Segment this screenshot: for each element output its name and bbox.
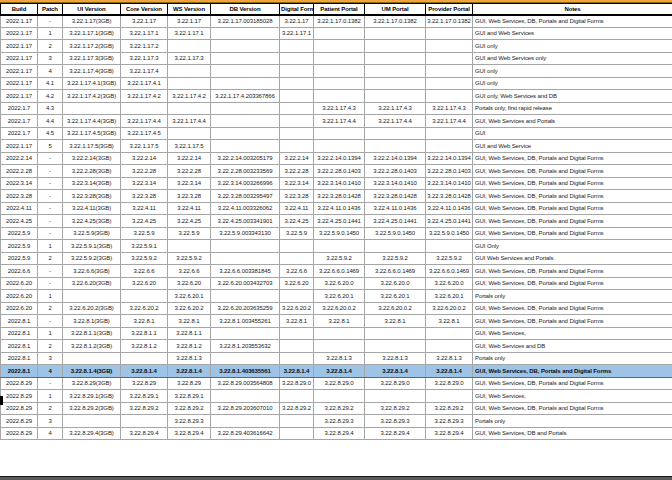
cell-ui_version[interactable]: 3.22.6.6(3GB) (63, 265, 121, 278)
cell-um_portal[interactable] (365, 40, 426, 53)
cell-ws_version[interactable] (168, 102, 211, 115)
cell-um_portal[interactable]: 3.22.8.29.3 (365, 415, 426, 428)
cell-digital_forms[interactable] (280, 127, 314, 140)
cell-db_version[interactable]: 3.22.8.29.003564808 (211, 377, 280, 390)
cell-ui_version[interactable]: 3.22.8.1.1(3GB) (63, 327, 121, 340)
cell-ws_version[interactable]: 3.22.8.29.1 (168, 390, 211, 403)
cell-db_version[interactable]: 3.22.4.11.003326062 (211, 202, 280, 215)
cell-digital_forms[interactable] (280, 90, 314, 103)
column-header-build[interactable]: Build (1, 4, 38, 15)
cell-core_version[interactable]: 3.22.5.9 (121, 227, 168, 240)
cell-ws_version[interactable]: 3.22.4.11 (168, 202, 211, 215)
cell-core_version[interactable]: 3.22.3.14 (121, 177, 168, 190)
cell-patient_portal[interactable]: 3.22.5.9.0.1450 (314, 227, 365, 240)
column-header-core_version[interactable]: Core Version (121, 4, 168, 15)
cell-build[interactable]: 2022.8.1 (1, 365, 38, 378)
column-header-ui_version[interactable]: UI Version (63, 4, 121, 15)
cell-build[interactable]: 2022.1.17 (1, 40, 38, 53)
column-header-patient_portal[interactable]: Patient Portal (314, 4, 365, 15)
cell-patient_portal[interactable]: 3.22.1.17.4.3 (314, 102, 365, 115)
cell-build[interactable]: 2022.2.28 (1, 165, 38, 178)
cell-ws_version[interactable] (168, 240, 211, 253)
cell-patch[interactable]: 1 (38, 290, 63, 303)
cell-digital_forms[interactable]: 3.22.2.28 (280, 165, 314, 178)
cell-db_version[interactable] (211, 115, 280, 128)
cell-db_version[interactable]: 3.22.1.17.003185028 (211, 15, 280, 28)
cell-ws_version[interactable] (168, 127, 211, 140)
cell-ui_version[interactable]: 3.22.8.1.2(3GB) (63, 340, 121, 353)
cell-provider_portal[interactable]: 3.22.1.17.0.1382 (426, 15, 473, 28)
cell-db_version[interactable]: 3.22.2.14.003205179 (211, 152, 280, 165)
cell-digital_forms[interactable] (280, 102, 314, 115)
cell-um_portal[interactable]: 3.22.3.14.0.1410 (365, 177, 426, 190)
cell-ws_version[interactable]: 3.22.1.17.3 (168, 52, 211, 65)
cell-provider_portal[interactable]: 3.22.1.17.4.4 (426, 115, 473, 128)
cell-db_version[interactable] (211, 127, 280, 140)
cell-db_version[interactable] (211, 27, 280, 40)
cell-patch[interactable]: 2 (38, 402, 63, 415)
cell-build[interactable]: 2022.1.17 (1, 77, 38, 90)
cell-notes[interactable]: GUI, Web Services, DB and Portals (473, 427, 672, 440)
cell-build[interactable]: 2022.5.9 (1, 252, 38, 265)
cell-ws_version[interactable]: 3.22.8.29.4 (168, 427, 211, 440)
cell-provider_portal[interactable] (426, 27, 473, 40)
cell-patient_portal[interactable]: 3.22.8.29.4 (314, 427, 365, 440)
cell-core_version[interactable]: 3.22.1.17.4 (121, 65, 168, 78)
cell-digital_forms[interactable]: 3.22.2.14 (280, 152, 314, 165)
cell-notes[interactable]: GUI, Web Services, DB, Portals and Digit… (473, 190, 672, 203)
cell-patient_portal[interactable]: 3.22.2.14.0.1394 (314, 152, 365, 165)
cell-ui_version[interactable]: 3.22.1.17.2(3GB) (63, 40, 121, 53)
cell-db_version[interactable]: 3.22.4.25.003341901 (211, 215, 280, 228)
cell-core_version[interactable]: 3.22.2.14 (121, 152, 168, 165)
cell-patient_portal[interactable]: 3.22.1.17.0.1382 (314, 15, 365, 28)
cell-notes[interactable]: GUI, Web Services, DB, Portals and Digit… (473, 177, 672, 190)
cell-provider_portal[interactable] (426, 127, 473, 140)
cell-provider_portal[interactable] (426, 90, 473, 103)
cell-ws_version[interactable]: 3.22.8.29 (168, 377, 211, 390)
cell-patient_portal[interactable] (314, 127, 365, 140)
cell-core_version[interactable]: 3.22.1.17.4.5 (121, 127, 168, 140)
cell-ws_version[interactable]: 3.22.3.28 (168, 190, 211, 203)
cell-core_version[interactable]: 3.22.5.9.2 (121, 252, 168, 265)
cell-core_version[interactable]: 3.22.1.17.4.1 (121, 77, 168, 90)
cell-patch[interactable]: 2 (38, 340, 63, 353)
cell-db_version[interactable]: 3.22.8.1.403635561 (211, 365, 280, 378)
cell-patient_portal[interactable]: 3.22.1.17.4.4 (314, 115, 365, 128)
cell-core_version[interactable]: 3.22.8.29.1 (121, 390, 168, 403)
cell-notes[interactable]: GUI Only (473, 240, 672, 253)
cell-provider_portal[interactable]: 3.22.8.1 (426, 315, 473, 328)
cell-patient_portal[interactable]: 3.22.8.29.2 (314, 402, 365, 415)
cell-provider_portal[interactable] (426, 340, 473, 353)
cell-patient_portal[interactable]: 3.22.5.9.2 (314, 252, 365, 265)
cell-um_portal[interactable]: 3.22.6.20.0.2 (365, 302, 426, 315)
cell-patient_portal[interactable]: 3.22.8.1 (314, 315, 365, 328)
cell-db_version[interactable] (211, 415, 280, 428)
cell-build[interactable]: 2022.8.1 (1, 327, 38, 340)
cell-provider_portal[interactable]: 3.22.1.17.4.3 (426, 102, 473, 115)
cell-notes[interactable]: GUI Web Services and Portals (473, 252, 672, 265)
cell-db_version[interactable]: 3.22.3.28.003295497 (211, 190, 280, 203)
cell-um_portal[interactable] (365, 140, 426, 153)
cell-um_portal[interactable]: 3.22.8.29.0 (365, 377, 426, 390)
cell-provider_portal[interactable]: 3.22.3.28.0.1428 (426, 190, 473, 203)
cell-patient_portal[interactable] (314, 140, 365, 153)
cell-um_portal[interactable] (365, 65, 426, 78)
column-header-digital_forms[interactable]: Digital Forms (280, 4, 314, 15)
cell-patient_portal[interactable]: 3.22.6.20.0.2 (314, 302, 365, 315)
cell-db_version[interactable] (211, 65, 280, 78)
cell-db_version[interactable] (211, 102, 280, 115)
cell-um_portal[interactable]: 3.22.2.28.0.1403 (365, 165, 426, 178)
cell-core_version[interactable]: 3.22.8.29.2 (121, 402, 168, 415)
cell-notes[interactable]: Portals only, first rapid release (473, 102, 672, 115)
cell-ui_version[interactable]: 3.22.2.28(3GB) (63, 165, 121, 178)
cell-digital_forms[interactable]: 3.22.3.28 (280, 190, 314, 203)
cell-build[interactable]: 2022.1.7 (1, 102, 38, 115)
cell-digital_forms[interactable]: 3.22.4.11 (280, 202, 314, 215)
cell-ws_version[interactable]: 3.22.8.1.4 (168, 365, 211, 378)
cell-db_version[interactable]: 3.22.8.29.403616642 (211, 427, 280, 440)
cell-ui_version[interactable]: 3.22.1.17(3GB) (63, 15, 121, 28)
cell-patient_portal[interactable] (314, 77, 365, 90)
cell-ui_version[interactable]: 3.22.5.9.2(3GB) (63, 252, 121, 265)
cell-um_portal[interactable] (365, 27, 426, 40)
cell-db_version[interactable] (211, 390, 280, 403)
